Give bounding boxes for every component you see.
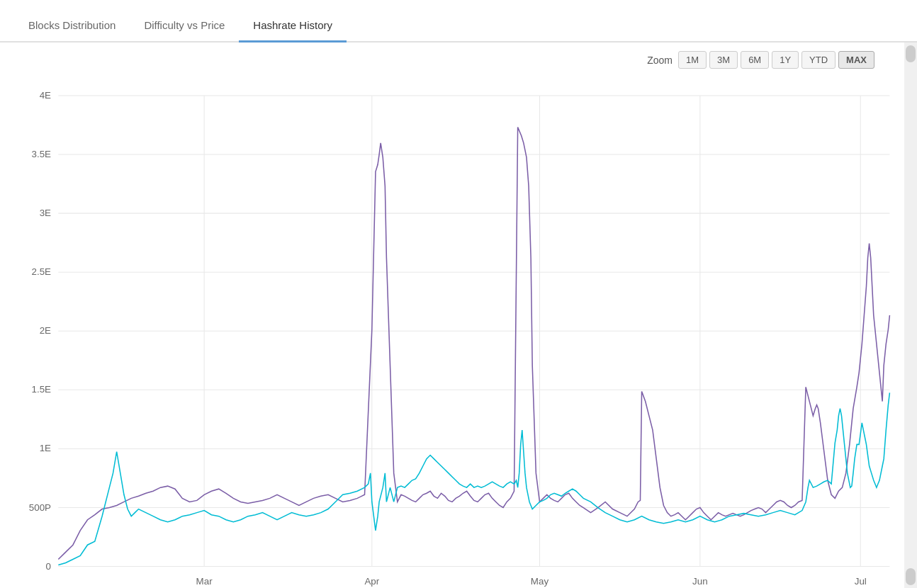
zoom-label: Zoom xyxy=(647,55,673,66)
x-label-mar: Mar xyxy=(196,576,213,587)
scrollbar-thumb-top[interactable] xyxy=(906,45,916,62)
tab-hashrate-history[interactable]: Hashrate History xyxy=(239,12,347,41)
x-label-jun: Jun xyxy=(692,576,708,587)
zoom-controls: Zoom 1M 3M 6M 1Y YTD MAX xyxy=(647,51,874,69)
chart-svg-container: 4E 3.5E 3E 2.5E 2E 1.5E 1E 500P 0 Mar Ap… xyxy=(0,43,904,588)
chart-area: Zoom 1M 3M 6M 1Y YTD MAX xyxy=(0,43,917,588)
scrollbar-thumb-bottom[interactable] xyxy=(906,568,916,585)
y-label-2e: 2E xyxy=(40,325,52,336)
zoom-1m-button[interactable]: 1M xyxy=(678,51,707,69)
x-label-jul: Jul xyxy=(855,576,867,587)
tab-blocks-distribution[interactable]: Blocks Distribution xyxy=(14,12,130,41)
purple-hashrate-line xyxy=(58,128,889,560)
x-label-may: May xyxy=(531,576,549,587)
y-label-35e: 3.5E xyxy=(32,149,52,159)
cyan-hashrate-line xyxy=(58,392,889,565)
zoom-1y-button[interactable]: 1Y xyxy=(772,51,799,69)
main-container: Blocks Distribution Difficulty vs Price … xyxy=(0,0,917,588)
tab-bar: Blocks Distribution Difficulty vs Price … xyxy=(0,0,917,43)
y-label-25e: 2.5E xyxy=(32,266,52,277)
zoom-3m-button[interactable]: 3M xyxy=(709,51,738,69)
y-label-500p: 500P xyxy=(29,502,51,513)
x-label-apr: Apr xyxy=(364,576,379,587)
hashrate-chart: 4E 3.5E 3E 2.5E 2E 1.5E 1E 500P 0 Mar Ap… xyxy=(0,43,904,588)
tab-difficulty-vs-price[interactable]: Difficulty vs Price xyxy=(130,12,239,41)
zoom-max-button[interactable]: MAX xyxy=(838,51,874,69)
zoom-ytd-button[interactable]: YTD xyxy=(801,51,836,69)
zoom-6m-button[interactable]: 6M xyxy=(741,51,769,69)
y-label-1e: 1E xyxy=(40,443,52,454)
scrollbar-track[interactable] xyxy=(904,43,917,588)
y-label-0: 0 xyxy=(46,561,51,572)
y-label-15e: 1.5E xyxy=(32,385,52,395)
y-label-3e: 3E xyxy=(40,208,52,218)
y-label-4e: 4E xyxy=(40,90,52,101)
